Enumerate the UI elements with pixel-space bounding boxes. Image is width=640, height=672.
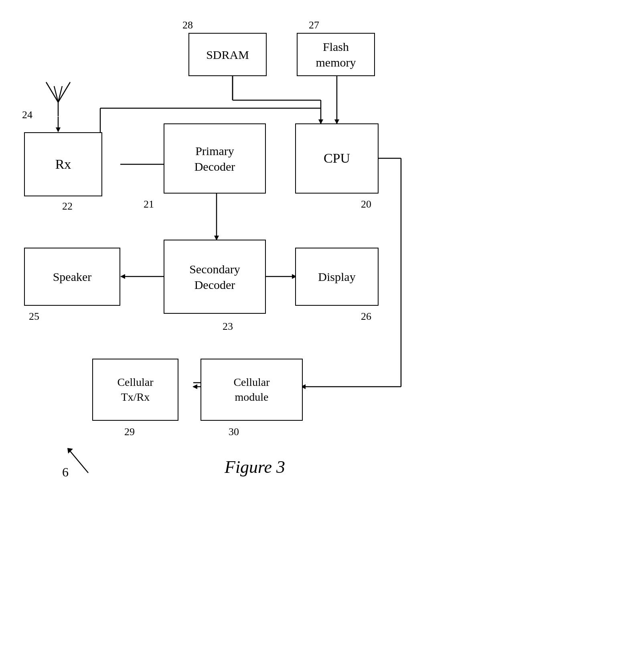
label-24: 24 <box>22 109 32 121</box>
svg-line-3 <box>58 86 62 102</box>
label-30: 30 <box>229 426 239 438</box>
sdram-label: SDRAM <box>206 47 249 63</box>
rx-label: Rx <box>55 155 71 173</box>
label-6: 6 <box>62 465 69 480</box>
secondary-decoder-label: Secondary Decoder <box>189 261 240 293</box>
primary-decoder-block: Primary Decoder <box>164 123 266 194</box>
speaker-label: Speaker <box>53 269 92 285</box>
svg-line-4 <box>58 82 70 102</box>
rx-block: Rx <box>24 132 102 196</box>
label-29: 29 <box>124 426 135 438</box>
svg-marker-41 <box>67 448 73 454</box>
label-21: 21 <box>144 198 154 210</box>
sdram-block: SDRAM <box>188 33 267 76</box>
cellular-module-label: Cellular module <box>233 375 269 404</box>
label-22: 22 <box>62 200 73 212</box>
label-23: 23 <box>223 321 233 333</box>
svg-line-2 <box>54 86 58 102</box>
primary-decoder-label: Primary Decoder <box>194 143 235 174</box>
diagram: SDRAM Flash memory Rx Primary Decoder CP… <box>0 0 640 672</box>
svg-line-1 <box>46 82 58 102</box>
figure-label: Figure 3 <box>225 457 285 477</box>
cellular-txrx-block: Cellular Tx/Rx <box>92 359 178 421</box>
secondary-decoder-block: Secondary Decoder <box>164 240 266 314</box>
label-25: 25 <box>29 311 39 323</box>
svg-line-40 <box>68 449 88 473</box>
svg-marker-34 <box>192 384 197 389</box>
speaker-block: Speaker <box>24 248 120 306</box>
cpu-block: CPU <box>295 123 379 194</box>
cellular-txrx-label: Cellular Tx/Rx <box>117 375 153 404</box>
flash-memory-block: Flash memory <box>297 33 375 76</box>
label-26: 26 <box>361 311 371 323</box>
cpu-label: CPU <box>324 149 350 167</box>
label-27: 27 <box>309 19 319 31</box>
svg-marker-6 <box>56 127 61 132</box>
flash-memory-label: Flash memory <box>316 39 356 70</box>
display-label: Display <box>318 269 355 285</box>
cellular-module-block: Cellular module <box>201 359 303 421</box>
diagram-svg <box>0 0 640 672</box>
label-20: 20 <box>361 198 371 210</box>
label-28: 28 <box>182 19 193 31</box>
svg-marker-26 <box>120 274 125 279</box>
display-block: Display <box>295 248 379 306</box>
